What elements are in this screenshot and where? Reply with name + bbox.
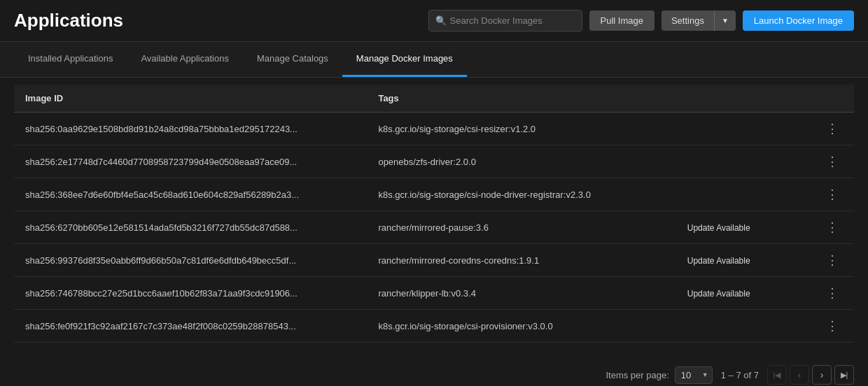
cell-image-id: sha256:fe0f921f3c92aaf2167c7c373ae48f2f0…	[14, 310, 367, 343]
cell-status: Update Available	[676, 277, 808, 310]
table-header-row: Image ID Tags	[14, 85, 854, 113]
col-header-status	[676, 85, 808, 113]
table-row: sha256:368ee7d6e60fbf4e5ac45c68ad610e604…	[14, 178, 854, 211]
tab-available-applications[interactable]: Available Applications	[127, 42, 243, 77]
search-input[interactable]	[428, 10, 582, 31]
cell-tags: rancher/mirrored-pause:3.6	[367, 211, 676, 244]
row-actions-button[interactable]: ⋮	[822, 252, 843, 269]
update-available-badge: Update Available	[687, 256, 750, 266]
cell-image-id: sha256:746788bcc27e25d1bcc6aaef10b62f83a…	[14, 277, 367, 310]
cell-tags: openebs/zfs-driver:2.0.0	[367, 145, 676, 178]
table-row: sha256:6270bb605e12e581514ada5fd5b3216f7…	[14, 211, 854, 244]
settings-button[interactable]: Settings	[662, 10, 714, 31]
cell-tags: rancher/mirrored-coredns-coredns:1.9.1	[367, 244, 676, 277]
cell-image-id: sha256:368ee7d6e60fbf4e5ac45c68ad610e604…	[14, 178, 367, 211]
table-row: sha256:99376d8f35e0abb6ff9d66b50a7c81df6…	[14, 244, 854, 277]
app-header: Applications 🔍 Pull Image Settings ▼ Lau…	[0, 0, 868, 42]
per-page-wrapper: 102050100	[675, 366, 713, 384]
cell-status	[676, 113, 808, 145]
cell-tags: rancher/klipper-lb:v0.3.4	[367, 277, 676, 310]
col-header-tags: Tags	[367, 85, 676, 113]
docker-images-table-container: Image ID Tags sha256:0aa9629e1508bd8d91b…	[0, 85, 868, 357]
items-per-page-select[interactable]: 102050100	[675, 366, 713, 384]
cell-image-id: sha256:99376d8f35e0abb6ff9d66b50a7c81df6…	[14, 244, 367, 277]
settings-group: Settings ▼	[662, 10, 736, 31]
table-row: sha256:fe0f921f3c92aaf2167c7c373ae48f2f0…	[14, 310, 854, 343]
cell-actions: ⋮	[808, 277, 854, 310]
pagination-last-button[interactable]: ▶|	[834, 365, 854, 385]
table-row: sha256:746788bcc27e25d1bcc6aaef10b62f83a…	[14, 277, 854, 310]
launch-docker-image-button[interactable]: Launch Docker Image	[743, 10, 854, 31]
col-header-image-id: Image ID	[14, 85, 367, 113]
tab-manage-catalogs[interactable]: Manage Catalogs	[243, 42, 342, 77]
tab-bar: Installed Applications Available Applica…	[0, 42, 868, 78]
cell-status	[676, 178, 808, 211]
row-actions-button[interactable]: ⋮	[822, 120, 843, 137]
pull-image-button[interactable]: Pull Image	[589, 10, 654, 31]
table-body: sha256:0aa9629e1508bd8d91b24a8cd98a75bbb…	[14, 113, 854, 343]
items-per-page-label: Items per page:	[606, 370, 668, 380]
cell-actions: ⋮	[808, 113, 854, 145]
cell-actions: ⋮	[808, 145, 854, 178]
col-header-actions	[808, 85, 854, 113]
table-row: sha256:0aa9629e1508bd8d91b24a8cd98a75bbb…	[14, 113, 854, 145]
row-actions-button[interactable]: ⋮	[822, 285, 843, 301]
cell-tags: k8s.gcr.io/sig-storage/csi-node-driver-r…	[367, 178, 676, 211]
search-wrapper: 🔍	[428, 10, 582, 31]
row-actions-button[interactable]: ⋮	[822, 186, 843, 203]
docker-images-table: Image ID Tags sha256:0aa9629e1508bd8d91b…	[14, 85, 854, 343]
update-available-badge: Update Available	[687, 289, 750, 299]
pagination-next-button[interactable]: ›	[812, 365, 832, 385]
app-title: Applications	[14, 10, 428, 31]
tab-installed-applications[interactable]: Installed Applications	[14, 42, 127, 77]
cell-image-id: sha256:6270bb605e12e581514ada5fd5b3216f7…	[14, 211, 367, 244]
cell-tags: k8s.gcr.io/sig-storage/csi-resizer:v1.2.…	[367, 113, 676, 145]
cell-actions: ⋮	[808, 211, 854, 244]
row-actions-button[interactable]: ⋮	[822, 153, 843, 170]
pagination-range: 1 – 7 of 7	[721, 370, 759, 380]
settings-dropdown-button[interactable]: ▼	[714, 10, 736, 31]
cell-status: Update Available	[676, 244, 808, 277]
header-controls: 🔍 Pull Image Settings ▼ Launch Docker Im…	[428, 10, 855, 31]
tab-manage-docker-images[interactable]: Manage Docker Images	[342, 42, 467, 77]
cell-image-id: sha256:0aa9629e1508bd8d91b24a8cd98a75bbb…	[14, 113, 367, 145]
cell-actions: ⋮	[808, 178, 854, 211]
pagination-first-button[interactable]: |◀	[767, 365, 787, 385]
items-per-page-control: Items per page: 102050100	[606, 366, 712, 384]
cell-tags: k8s.gcr.io/sig-storage/csi-provisioner:v…	[367, 310, 676, 343]
cell-actions: ⋮	[808, 244, 854, 277]
cell-image-id: sha256:2e17748d7c4460d7708958723799d49e0…	[14, 145, 367, 178]
pagination: Items per page: 102050100 1 – 7 of 7 |◀ …	[0, 357, 868, 386]
pagination-prev-button[interactable]: ‹	[790, 365, 809, 385]
cell-status	[676, 145, 808, 178]
pagination-nav: |◀ ‹ › ▶|	[767, 365, 854, 385]
search-icon: 🔍	[435, 15, 447, 26]
cell-status	[676, 310, 808, 343]
update-available-badge: Update Available	[687, 223, 750, 233]
cell-actions: ⋮	[808, 310, 854, 343]
cell-status: Update Available	[676, 211, 808, 244]
table-row: sha256:2e17748d7c4460d7708958723799d49e0…	[14, 145, 854, 178]
row-actions-button[interactable]: ⋮	[822, 317, 843, 334]
row-actions-button[interactable]: ⋮	[822, 219, 843, 236]
